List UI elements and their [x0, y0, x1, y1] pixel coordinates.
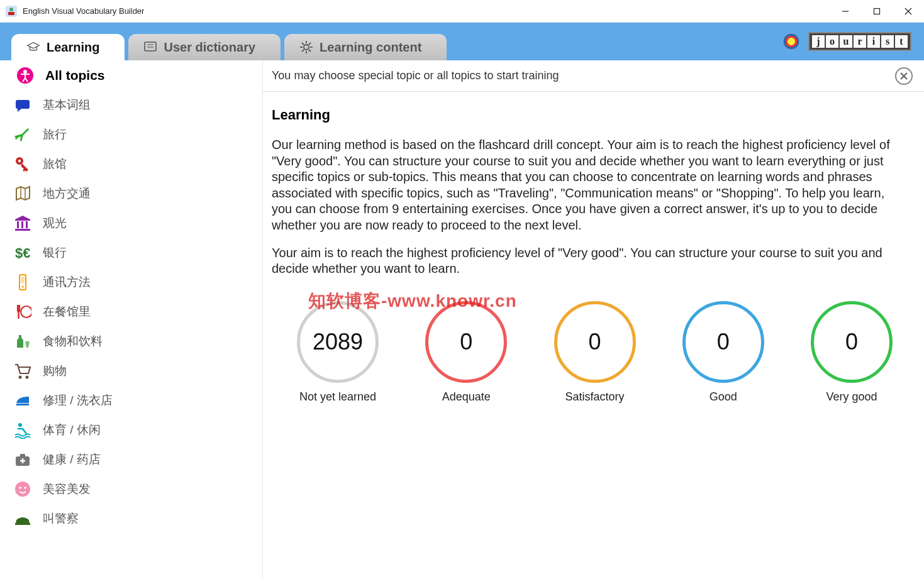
app-icon: [5, 5, 18, 18]
dollar-icon: $€: [14, 244, 31, 262]
stat-circle: 0: [811, 301, 893, 383]
svg-text:$€: $€: [15, 245, 30, 261]
columns-icon: [14, 214, 31, 232]
sidebar-item-label: 通讯方法: [43, 274, 91, 290]
bottle-icon: [14, 333, 31, 350]
speech-icon: [14, 96, 31, 114]
stat-item[interactable]: 0Adequate: [425, 301, 507, 404]
sidebar-item[interactable]: 旅行: [0, 119, 262, 149]
jourist-logo[interactable]: jourist: [808, 32, 911, 51]
svg-point-1: [9, 8, 13, 11]
face-icon: [14, 480, 31, 498]
logo-letter: s: [881, 35, 894, 48]
iron-icon: [14, 392, 31, 409]
maximize-button[interactable]: [861, 0, 893, 23]
main-panel: You may choose special topic or all topi…: [263, 60, 924, 579]
sidebar-item-label: 购物: [43, 363, 67, 379]
stat-label: Adequate: [442, 390, 491, 404]
sidebar-item[interactable]: 美容美发: [0, 474, 262, 504]
sidebar-item-label: 旅馆: [43, 156, 67, 172]
key-icon: [14, 155, 31, 173]
stat-label: Not yet learned: [299, 390, 376, 404]
svg-rect-2: [8, 12, 14, 15]
instruction-text: You may choose special topic or all topi…: [272, 69, 559, 82]
svg-line-15: [302, 43, 304, 45]
close-button[interactable]: [893, 0, 924, 23]
sidebar-item-label: 健康 / 药店: [43, 451, 101, 468]
phone-icon: [14, 273, 31, 291]
titlebar: English Visual Vocabulary Builder: [0, 0, 924, 23]
stat-item[interactable]: 0Very good: [811, 301, 893, 404]
sidebar-item-label: 银行: [43, 245, 67, 261]
gear-icon: [299, 40, 313, 54]
plane-icon: [14, 126, 31, 143]
main-body: Learning Our learning method is based on…: [263, 92, 924, 416]
map-icon: [14, 185, 31, 202]
sidebar-item[interactable]: All topics: [0, 60, 262, 90]
dictionary-icon: [143, 40, 157, 54]
minimize-button[interactable]: [830, 0, 861, 23]
sidebar-item[interactable]: 修理 / 洗衣店: [0, 385, 262, 415]
sidebar-item[interactable]: 食物和饮料: [0, 326, 262, 356]
graduation-cap-icon: [26, 40, 40, 54]
window-controls: [830, 0, 924, 23]
stat-label: Very good: [826, 390, 877, 404]
svg-rect-34: [16, 404, 29, 405]
accessibility-icon: [16, 67, 34, 84]
sidebar-item[interactable]: 基本词组: [0, 90, 262, 119]
stat-item[interactable]: 0Satisfactory: [554, 301, 636, 404]
sidebar-item[interactable]: 旅馆: [0, 149, 262, 179]
close-instruction-button[interactable]: [895, 67, 913, 85]
learning-description-2: Your aim is to reach the highest profici…: [272, 245, 905, 277]
learning-description-1: Our learning method is based on the flas…: [272, 137, 905, 234]
svg-rect-25: [26, 221, 28, 228]
sidebar-item-label: 在餐馆里: [43, 304, 91, 320]
sidebar-item[interactable]: 体育 / 休闲: [0, 415, 262, 444]
tab-learning[interactable]: Learning: [11, 34, 125, 60]
tabbar: Learning User dictionary Learning conten…: [0, 23, 924, 60]
sidebar-item[interactable]: 观光: [0, 208, 262, 238]
language-flag-icon[interactable]: [783, 33, 799, 50]
tab-learning-content[interactable]: Learning content: [284, 34, 447, 60]
svg-point-32: [19, 375, 22, 378]
sidebar-item[interactable]: 通讯方法: [0, 267, 262, 297]
sidebar-item-label: 食物和饮料: [43, 333, 103, 350]
logo-letter: i: [867, 35, 880, 48]
sidebar-item[interactable]: $€银行: [0, 238, 262, 267]
sidebar-item-label: 旅行: [43, 126, 67, 143]
tabbar-right: jourist: [783, 32, 911, 51]
svg-point-30: [21, 285, 23, 287]
svg-point-10: [304, 45, 309, 50]
sidebar-item[interactable]: 健康 / 药店: [0, 444, 262, 474]
tab-user-dictionary[interactable]: User dictionary: [128, 34, 281, 60]
svg-rect-4: [874, 8, 880, 14]
cart-icon: [14, 362, 31, 380]
svg-line-18: [302, 50, 304, 52]
logo-letter: r: [854, 35, 866, 48]
stat-item[interactable]: 0Good: [682, 301, 764, 404]
medkit-icon: [14, 451, 31, 468]
sidebar-item[interactable]: 购物: [0, 356, 262, 385]
stats-row: 2089Not yet learned0Adequate0Satisfactor…: [272, 289, 905, 404]
svg-point-20: [23, 70, 27, 74]
svg-point-33: [26, 375, 29, 378]
sidebar-item-label: 基本词组: [43, 97, 91, 113]
sidebar-item-label: 观光: [43, 215, 67, 231]
sidebar-item[interactable]: 叫警察: [0, 504, 262, 533]
stat-circle: 0: [554, 301, 636, 383]
svg-rect-24: [21, 221, 23, 228]
svg-rect-7: [145, 42, 156, 51]
svg-rect-23: [17, 221, 19, 228]
sidebar-item[interactable]: 地方交通: [0, 179, 262, 208]
logo-letter: o: [826, 35, 838, 48]
svg-point-22: [18, 159, 21, 162]
logo-letter: j: [812, 35, 825, 48]
tab-label: User dictionary: [164, 40, 255, 55]
window-title: English Visual Vocabulary Builder: [23, 6, 830, 16]
svg-rect-41: [15, 523, 30, 525]
learning-heading: Learning: [272, 107, 905, 123]
police-icon: [14, 510, 31, 527]
sidebar-item[interactable]: 在餐馆里: [0, 297, 262, 326]
stat-item[interactable]: 2089Not yet learned: [297, 301, 379, 404]
sidebar-item-label: 叫警察: [43, 510, 79, 527]
